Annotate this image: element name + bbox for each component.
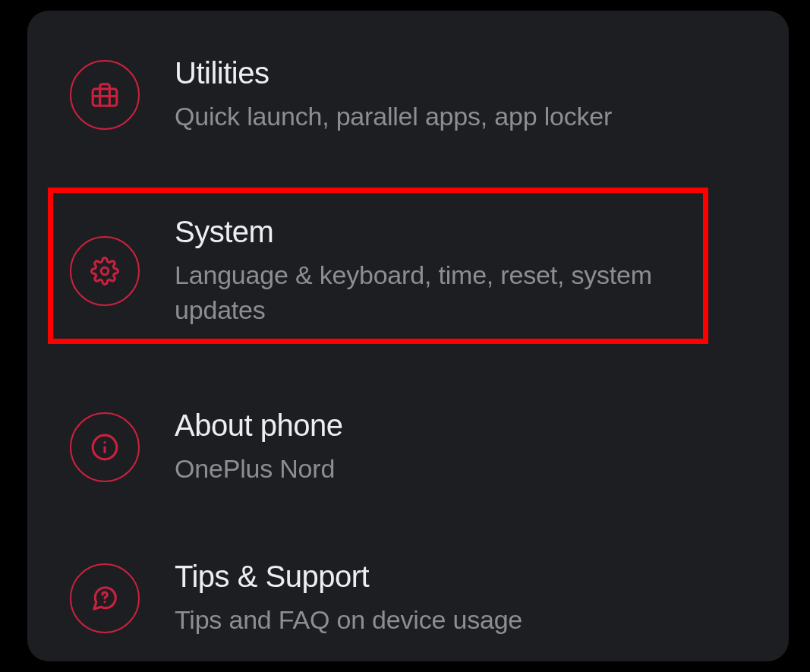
settings-panel: Utilities Quick launch, parallel apps, a… xyxy=(27,11,789,661)
settings-item-system[interactable]: System Language & keyboard, time, reset,… xyxy=(27,171,789,372)
settings-item-text: About phone OnePlus Nord xyxy=(175,409,342,487)
gear-icon xyxy=(70,236,140,306)
info-icon xyxy=(70,412,140,482)
settings-item-text: Tips & Support Tips and FAQ on device us… xyxy=(175,560,522,638)
settings-item-title: Tips & Support xyxy=(175,560,522,594)
svg-point-2 xyxy=(101,268,109,276)
settings-item-title: System xyxy=(175,215,706,249)
settings-item-subtitle: Tips and FAQ on device usage xyxy=(175,603,522,638)
settings-item-title: About phone xyxy=(175,409,342,443)
settings-item-text: System Language & keyboard, time, reset,… xyxy=(175,215,706,328)
settings-item-subtitle: Language & keyboard, time, reset, system… xyxy=(175,258,706,328)
settings-item-tips-support[interactable]: Tips & Support Tips and FAQ on device us… xyxy=(27,523,789,672)
settings-list: Utilities Quick launch, parallel apps, a… xyxy=(27,18,789,672)
settings-item-about-phone[interactable]: About phone OnePlus Nord xyxy=(27,372,789,523)
briefcase-icon xyxy=(70,60,140,130)
settings-item-utilities[interactable]: Utilities Quick launch, parallel apps, a… xyxy=(27,18,789,171)
settings-item-subtitle: OnePlus Nord xyxy=(175,452,342,487)
settings-item-subtitle: Quick launch, parallel apps, app locker xyxy=(175,99,612,134)
settings-item-title: Utilities xyxy=(175,56,612,90)
settings-item-text: Utilities Quick launch, parallel apps, a… xyxy=(175,56,612,134)
help-icon xyxy=(70,563,140,633)
svg-rect-0 xyxy=(93,90,117,106)
